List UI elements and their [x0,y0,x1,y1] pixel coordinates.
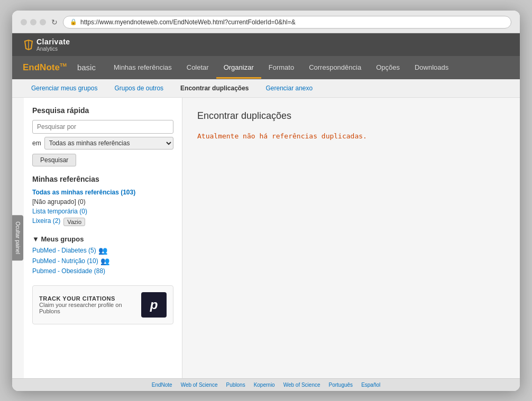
promo-label: TRACK YOUR CITATIONS [39,295,135,302]
logo-brand: Clarivate [36,38,70,46]
group-pubmed-diabetes[interactable]: PubMed - Diabetes (5) 👥 [32,246,173,255]
endnote-brand: EndNoteTM [23,56,67,79]
browser-max-btn [40,19,46,25]
page-title: Encontrar duplicações [197,110,505,122]
nav-item-opcoes[interactable]: Opções [369,56,407,79]
sub-nav: Gerenciar meus grupos Grupos de outros E… [12,79,520,98]
group-label: PubMed - Diabetes (5) [32,247,96,254]
subnav-gerenciar-anexo[interactable]: Gerenciar anexo [257,79,321,97]
subnav-grupos-outros[interactable]: Grupos de outros [106,79,172,97]
refresh-icon[interactable]: ↻ [51,18,58,26]
footer-link-5[interactable]: Português [329,382,353,388]
nav-item-downloads[interactable]: Downloads [407,56,456,79]
browser-min-btn [30,19,36,25]
shared-icon-0: 👥 [98,246,107,255]
browser-controls [21,19,46,25]
my-groups-title: ▼ Meus grupos [32,235,173,243]
subnav-gerenciar-grupos[interactable]: Gerenciar meus grupos [23,79,106,97]
empty-trash-button[interactable]: Vazio [63,218,85,226]
nav-bar: EndNoteTM basic Minhas referências Colet… [12,56,520,79]
my-references-section: Minhas referências Todas as minhas refer… [32,175,173,227]
url-text: https://www.myendnoteweb.com/EndNoteWeb.… [80,18,296,26]
group-pubmed-obesidade[interactable]: Pubmed - Obesidade (88) [32,267,173,275]
my-references-title: Minhas referências [32,175,173,183]
promo-text: TRACK YOUR CITATIONS Claim your research… [39,295,135,314]
lock-icon: 🔒 [70,18,77,25]
nav-item-formato[interactable]: Formato [261,56,301,79]
footer-link-0[interactable]: EndNote [152,382,172,388]
address-bar: 🔒 https://www.myendnoteweb.com/EndNoteWe… [63,16,511,29]
group-label: PubMed - Nutrição (10) [32,257,98,265]
nav-item-correspondencia[interactable]: Correspondência [301,56,369,79]
search-input[interactable] [32,120,173,134]
nav-item-organizar[interactable]: Organizar [216,56,261,79]
footer-link-2[interactable]: Publons [226,382,245,388]
trash-row: Lixeira (2) Vazio [32,217,173,227]
ungrouped-link: [Não agrupado] (0) [32,198,173,206]
footer-links: EndNote Web of Science Publons Kopernio … [23,382,509,388]
nav-basic-label: basic [77,57,96,78]
temp-list-link[interactable]: Lista temporária (0) [32,208,173,215]
search-row: em Todas as minhas referências [32,137,173,150]
no-duplicates-message: Atualmente não há referências duplicadas… [197,132,505,140]
side-panel-toggle[interactable]: Ocultar painel [12,215,23,260]
quick-search-title: Pesquisa rápida [32,106,173,115]
browser-window: ↻ 🔒 https://www.myendnoteweb.com/EndNote… [12,11,520,391]
browser-chrome: ↻ 🔒 https://www.myendnoteweb.com/EndNote… [12,11,520,33]
footer-link-4[interactable]: Web of Science [283,382,320,388]
app-header: Clarivate Analytics [12,33,520,56]
browser-close-btn [21,19,27,25]
shared-icon-1: 👥 [100,257,109,265]
all-references-link[interactable]: Todas as minhas referências (103) [32,189,173,196]
group-pubmed-nutricao[interactable]: PubMed - Nutrição (10) 👥 [32,257,173,265]
footer: EndNote Web of Science Publons Kopernio … [12,378,520,391]
promo-desc: Claim your researcher profile on Publons [39,302,135,314]
trash-link[interactable]: Lixeira (2) [32,217,60,225]
nav-item-minhas-referencias[interactable]: Minhas referências [106,56,179,79]
search-button[interactable]: Pesquisar [32,154,76,166]
footer-link-6[interactable]: Español [361,382,380,388]
my-groups-section: ▼ Meus grupos PubMed - Diabetes (5) 👥 Pu… [32,235,173,275]
logo-text-group: Clarivate Analytics [36,38,70,52]
footer-link-3[interactable]: Kopernio [254,382,275,388]
logo-mark [23,39,33,50]
subnav-encontrar-duplicacoes[interactable]: Encontrar duplicações [172,79,257,97]
content-area: Encontrar duplicações Atualmente não há … [182,98,520,378]
publons-logo: p [141,292,167,318]
search-scope-select[interactable]: Todas as minhas referências [44,137,173,150]
promo-box[interactable]: TRACK YOUR CITATIONS Claim your research… [32,285,173,324]
clarivate-logo: Clarivate Analytics [23,38,70,52]
nav-item-coletar[interactable]: Coletar [179,56,216,79]
in-label: em [32,139,41,147]
logo-sub: Analytics [36,46,70,52]
sidebar: Pesquisa rápida em Todas as minhas refer… [24,98,182,378]
main-area: Ocultar painel Pesquisa rápida em Todas … [12,98,520,378]
footer-link-1[interactable]: Web of Science [181,382,218,388]
group-label: Pubmed - Obesidade (88) [32,267,105,275]
